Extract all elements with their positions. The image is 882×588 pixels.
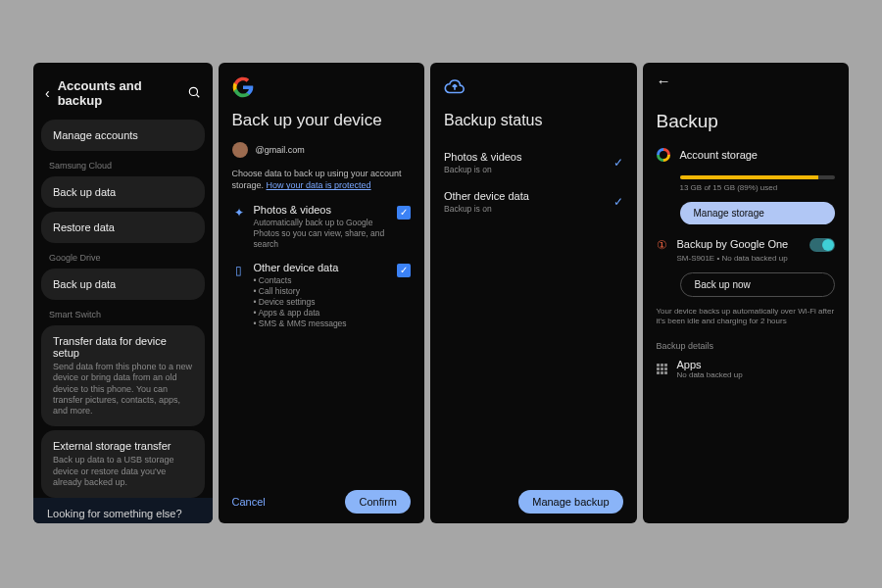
- row-state: Backup is on: [444, 165, 613, 174]
- page-title: Accounts and backup: [58, 78, 187, 108]
- footer-question: Looking for something else?: [47, 508, 199, 519]
- external-storage-item[interactable]: External storage transfer Back up data t…: [41, 430, 205, 498]
- detail-row-apps[interactable]: Apps No data backed up: [657, 359, 836, 379]
- option-title: Other device data: [254, 262, 390, 273]
- warning-icon: ①: [657, 238, 667, 252]
- option-other-data[interactable]: ▯ Other device data ContactsCall history…: [232, 262, 412, 329]
- check-icon: ✓: [613, 156, 623, 170]
- accounts-and-backup-screen: ‹ Accounts and backup Manage accounts Sa…: [33, 63, 213, 523]
- backup-toggle[interactable]: [809, 238, 835, 252]
- row-state: Backup is on: [444, 204, 613, 214]
- backup-by-google-one-label: Backup by Google One: [677, 238, 801, 252]
- svg-point-0: [189, 87, 197, 95]
- section-google-drive: Google Drive: [41, 247, 205, 265]
- footer-panel: Looking for something else? Reset Samsun…: [33, 498, 213, 523]
- list-item: Device settings: [254, 297, 390, 308]
- device-backup-status: SM-S901E • No data backed up: [677, 254, 801, 263]
- back-up-device-screen: Back up your device @gmail.com Choose da…: [219, 63, 425, 523]
- section-smart-switch: Smart Switch: [41, 304, 205, 321]
- data-protection-link[interactable]: How your data is protected: [267, 180, 371, 190]
- description-text: Choose data to back up using your accoun…: [232, 168, 412, 191]
- manage-accounts-item[interactable]: Manage accounts: [41, 120, 205, 151]
- account-email: @gmail.com: [256, 145, 305, 155]
- photos-icon: ✦: [232, 206, 246, 220]
- account-row[interactable]: @gmail.com: [232, 142, 412, 158]
- transfer-data-item[interactable]: Transfer data for device setup Send data…: [41, 325, 205, 426]
- list-item: SMS & MMS messages: [254, 318, 390, 329]
- checkbox-other[interactable]: ✓: [397, 264, 411, 277]
- back-icon[interactable]: ‹: [45, 85, 50, 101]
- storage-label: Account storage: [680, 149, 759, 161]
- backup-screen: ← Backup Account storage 13 GB of 15 GB …: [643, 63, 850, 523]
- cancel-button[interactable]: Cancel: [232, 496, 266, 508]
- cloud-upload-icon: [444, 76, 466, 98]
- ext-subtitle: Back up data to a USB storage device or …: [53, 455, 193, 488]
- checkbox-photos[interactable]: ✓: [397, 206, 411, 220]
- storage-used-text: 13 GB of 15 GB (89%) used: [680, 183, 836, 192]
- transfer-subtitle: Send data from this phone to a new devic…: [53, 362, 193, 416]
- back-up-now-button[interactable]: Back up now: [680, 272, 836, 297]
- page-title: Back up your device: [232, 110, 412, 130]
- confirm-button[interactable]: Confirm: [345, 490, 411, 514]
- detail-name: Apps: [677, 359, 743, 370]
- page-title: Backup status: [444, 112, 623, 129]
- backup-details-label: Backup details: [657, 341, 836, 351]
- svg-line-1: [196, 94, 199, 97]
- ext-title: External storage transfer: [53, 440, 193, 452]
- phone-icon: ▯: [232, 264, 246, 277]
- apps-grid-icon: [657, 364, 667, 374]
- check-icon: ✓: [613, 195, 623, 209]
- transfer-title: Transfer data for device setup: [53, 335, 193, 359]
- google-one-ring-icon: [657, 148, 670, 162]
- gdrive-backup-data-item[interactable]: Back up data: [41, 269, 205, 300]
- option-subtitle: Automatically back up to Google Photos s…: [254, 218, 390, 250]
- option-photos[interactable]: ✦ Photos & videos Automatically back up …: [232, 204, 412, 250]
- list-item: Contacts: [254, 275, 390, 286]
- backup-fine-print: Your device backs up automatically over …: [657, 307, 836, 327]
- google-logo-icon: [232, 76, 254, 98]
- row-name: Photos & videos: [444, 151, 613, 163]
- status-row-other[interactable]: Other device data Backup is on ✓: [444, 184, 623, 223]
- option-title: Photos & videos: [254, 204, 390, 216]
- backup-status-screen: Backup status Photos & videos Backup is …: [430, 63, 637, 523]
- search-icon[interactable]: [187, 85, 201, 102]
- list-item: Apps & app data: [254, 308, 390, 318]
- samsung-restore-data-item[interactable]: Restore data: [41, 212, 205, 243]
- samsung-backup-data-item[interactable]: Back up data: [41, 176, 205, 208]
- detail-sub: No data backed up: [677, 370, 743, 379]
- page-title: Backup: [657, 111, 836, 132]
- section-samsung-cloud: Samsung Cloud: [41, 155, 205, 172]
- option-subtitle: ContactsCall historyDevice settingsApps …: [254, 275, 390, 329]
- list-item: Call history: [254, 286, 390, 297]
- manage-backup-button[interactable]: Manage backup: [518, 490, 622, 514]
- back-icon[interactable]: ←: [657, 73, 836, 89]
- row-name: Other device data: [444, 190, 613, 202]
- avatar-icon: [232, 142, 248, 158]
- status-row-photos[interactable]: Photos & videos Backup is on ✓: [444, 145, 623, 184]
- storage-bar: [680, 175, 836, 179]
- manage-storage-button[interactable]: Manage storage: [680, 202, 836, 224]
